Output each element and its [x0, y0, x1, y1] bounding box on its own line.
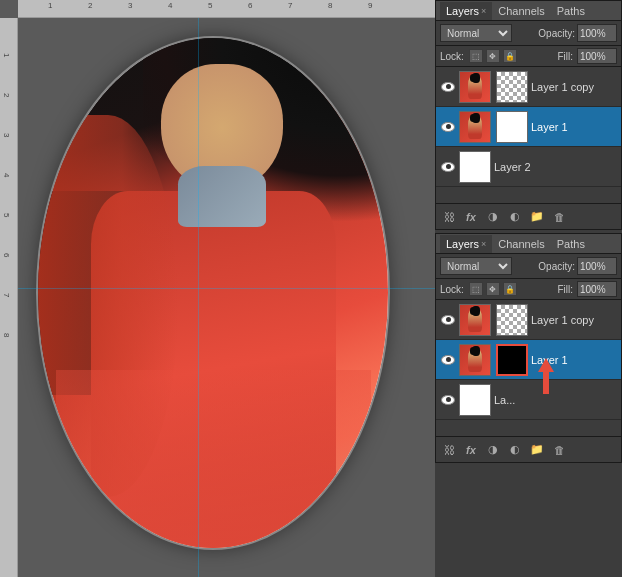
- fill-label-1: Fill:: [557, 51, 573, 62]
- panel2-visibility-1-copy[interactable]: [440, 312, 456, 328]
- eye-icon-1: [441, 122, 455, 132]
- panel2-eye-icon-1-copy: [441, 315, 455, 325]
- panel2-eye-icon-2: [441, 395, 455, 405]
- tab-paths-2[interactable]: Paths: [551, 235, 591, 253]
- panel-2: Layers × Channels Paths Normal Opacity: …: [435, 233, 622, 463]
- tab-channels-2[interactable]: Channels: [492, 235, 550, 253]
- lock-position-icon-2[interactable]: ✥: [486, 282, 500, 296]
- panel-2-controls: Normal Opacity: 100%: [436, 254, 621, 279]
- panel2-layer-item-1-copy[interactable]: Layer 1 copy: [436, 300, 621, 340]
- layer-name-1: Layer 1: [531, 121, 617, 133]
- layer-item-2[interactable]: Layer 2: [436, 147, 621, 187]
- panel2-layer-mask-1-copy: [496, 304, 528, 336]
- panel2-layer-thumb-1-copy-img: [459, 304, 491, 336]
- eye-icon-1-copy: [441, 82, 455, 92]
- panel2-link-layers-icon[interactable]: ⛓: [440, 441, 458, 459]
- link-layers-icon[interactable]: ⛓: [440, 208, 458, 226]
- panel2-visibility-1[interactable]: [440, 352, 456, 368]
- fill-value-1[interactable]: 100%: [577, 48, 617, 64]
- panel2-layer-thumb-2-img: [459, 384, 491, 416]
- blend-mode-select-1[interactable]: Normal: [440, 24, 512, 42]
- panel2-fx-icon[interactable]: fx: [462, 441, 480, 459]
- fill-value-2[interactable]: 100%: [577, 281, 617, 297]
- panel2-mask-icon[interactable]: ◑: [484, 441, 502, 459]
- tab-layers-2[interactable]: Layers ×: [440, 235, 492, 253]
- panel2-layer-name-2: La...: [494, 394, 617, 406]
- layer-thumb-1-copy-img: [459, 71, 491, 103]
- opacity-label-1: Opacity:: [538, 28, 575, 39]
- panel-1-tabs: Layers × Channels Paths: [436, 1, 621, 21]
- panels-area: Layers × Channels Paths Normal Opacity: …: [435, 0, 622, 577]
- adjustment-icon[interactable]: ◐: [506, 208, 524, 226]
- layers-list-1: Layer 1 copy Layer 1: [436, 67, 621, 187]
- lock-label-1: Lock:: [440, 51, 464, 62]
- panel2-layer-mask-1: [496, 344, 528, 376]
- lock-all-icon-2[interactable]: 🔒: [503, 282, 517, 296]
- opacity-value-2[interactable]: 100%: [577, 257, 617, 275]
- visibility-2[interactable]: [440, 159, 456, 175]
- panel2-layer-item-2[interactable]: La...: [436, 380, 621, 420]
- lock-pixel-icon[interactable]: ⬚: [469, 49, 483, 63]
- opacity-value-1[interactable]: 100%: [577, 24, 617, 42]
- layer-thumb-2-img: [459, 151, 491, 183]
- panel-2-footer: ⛓ fx ◑ ◐ 📁 🗑: [436, 436, 621, 462]
- photo-oval: [38, 38, 388, 548]
- layer-thumb-1-img: [459, 111, 491, 143]
- panel2-trash-icon[interactable]: 🗑: [550, 441, 568, 459]
- lock-position-icon[interactable]: ✥: [486, 49, 500, 63]
- lock-all-icon[interactable]: 🔒: [503, 49, 517, 63]
- tab-paths-1[interactable]: Paths: [551, 2, 591, 20]
- lock-pixel-icon-2[interactable]: ⬚: [469, 282, 483, 296]
- panel2-adjustment-icon[interactable]: ◐: [506, 441, 524, 459]
- blend-mode-select-2[interactable]: Normal: [440, 257, 512, 275]
- panel-2-lock: Lock: ⬚ ✥ 🔒 Fill: 100%: [436, 279, 621, 300]
- tab-close-2[interactable]: ×: [481, 239, 486, 249]
- layer-name-2: Layer 2: [494, 161, 617, 173]
- tab-layers-1[interactable]: Layers ×: [440, 2, 492, 20]
- tab-channels-1[interactable]: Channels: [492, 2, 550, 20]
- panel-1-controls: Normal Opacity: 100%: [436, 21, 621, 46]
- ruler-top: 1 2 3 4 5 6 7 8 9: [18, 0, 435, 18]
- canvas-area: 1 2 3 4 5 6 7 8 9 1 2 3 4 5 6 7 8: [0, 0, 435, 577]
- layers-list-2: Layer 1 copy Layer 1: [436, 300, 621, 420]
- panel-1: Layers × Channels Paths Normal Opacity: …: [435, 0, 622, 230]
- layer-item-1[interactable]: Layer 1: [436, 107, 621, 147]
- opacity-label-2: Opacity:: [538, 261, 575, 272]
- panel2-visibility-2[interactable]: [440, 392, 456, 408]
- panel-1-footer: ⛓ fx ◑ ◐ 📁 🗑: [436, 203, 621, 229]
- panel2-layer-thumb-1-img: [459, 344, 491, 376]
- layer-mask-1-copy: [496, 71, 528, 103]
- eye-icon-2: [441, 162, 455, 172]
- visibility-1[interactable]: [440, 119, 456, 135]
- tab-close-1[interactable]: ×: [481, 6, 486, 16]
- panel-2-tabs: Layers × Channels Paths: [436, 234, 621, 254]
- ruler-left: 1 2 3 4 5 6 7 8: [0, 18, 18, 577]
- fx-icon[interactable]: fx: [462, 208, 480, 226]
- lock-label-2: Lock:: [440, 284, 464, 295]
- layer-name-1-copy: Layer 1 copy: [531, 81, 617, 93]
- panel-1-lock: Lock: ⬚ ✥ 🔒 Fill: 100%: [436, 46, 621, 67]
- panel2-layer-item-1[interactable]: Layer 1: [436, 340, 621, 380]
- visibility-1-copy[interactable]: [440, 79, 456, 95]
- folder-icon[interactable]: 📁: [528, 208, 546, 226]
- mask-icon[interactable]: ◑: [484, 208, 502, 226]
- canvas-image: [18, 18, 435, 577]
- trash-icon[interactable]: 🗑: [550, 208, 568, 226]
- panel2-layer-name-1-copy: Layer 1 copy: [531, 314, 617, 326]
- fill-label-2: Fill:: [557, 284, 573, 295]
- layer-mask-1: [496, 111, 528, 143]
- layer-item-1-copy[interactable]: Layer 1 copy: [436, 67, 621, 107]
- panel2-folder-icon[interactable]: 📁: [528, 441, 546, 459]
- panel2-eye-icon-1: [441, 355, 455, 365]
